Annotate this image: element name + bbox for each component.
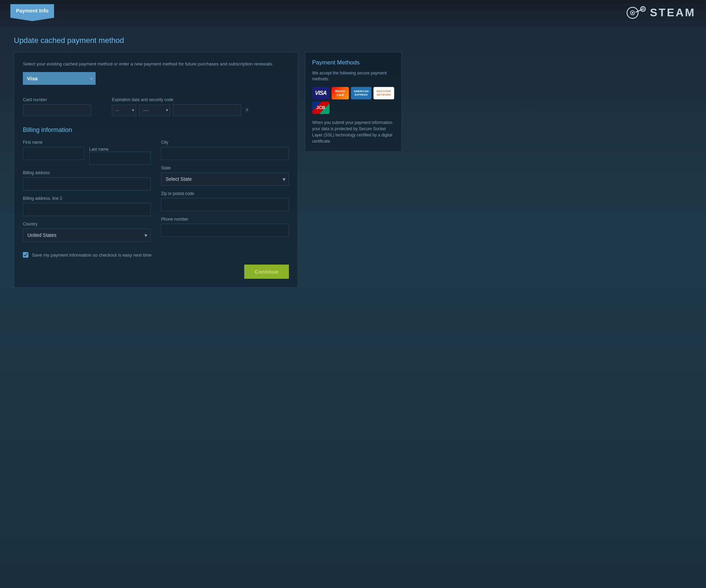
ssl-text: When you submit your payment information… (312, 119, 395, 144)
amex-logo: AMERICANEXPRESS (351, 87, 371, 99)
svg-point-4 (641, 7, 645, 11)
left-column: First name Last name Billing (23, 140, 151, 242)
steam-logo: STEAM (626, 6, 696, 20)
phone-label: Phone number (161, 217, 289, 222)
first-name-input[interactable] (23, 147, 85, 160)
first-name-field (23, 147, 85, 165)
billing-address2-input[interactable] (23, 203, 151, 216)
form-description: Select your existing cached payment meth… (23, 61, 289, 67)
state-select[interactable]: Select State AlabamaAlaskaArizona Califo… (161, 172, 289, 186)
last-name-label: Last name (89, 147, 151, 152)
cvv-help-icon[interactable]: ? (245, 107, 248, 113)
svg-point-2 (632, 12, 634, 14)
state-field: State Select State AlabamaAlaskaArizona … (161, 166, 289, 186)
jcb-logo: JCB (312, 101, 329, 114)
payment-method-select[interactable]: Visa MasterCard American Express Discove… (23, 72, 96, 85)
name-inputs-row: Last name (23, 147, 151, 165)
card-number-input[interactable] (23, 104, 91, 116)
zip-label: Zip or postal code (161, 191, 289, 196)
first-name-label: First name (23, 140, 151, 145)
expiry-selects: -- 01020304 05060708 09101112 ---- 20242… (112, 104, 248, 116)
country-label: Country (23, 222, 151, 226)
zip-field: Zip or postal code (161, 191, 289, 211)
page-title: Update cached payment method (14, 36, 402, 45)
save-payment-checkbox[interactable] (23, 252, 28, 258)
card-number-label: Card number (23, 97, 91, 102)
continue-row: Continue (23, 265, 289, 279)
sidebar-description: We accept the following secure payment m… (312, 70, 395, 82)
header: Payment Info STEAM (0, 0, 706, 26)
exp-year-select[interactable]: ---- 2024202520262027 202820292030 (139, 105, 170, 116)
city-label: City (161, 140, 289, 145)
content-layout: Select your existing cached payment meth… (14, 52, 402, 288)
save-checkbox-row: Save my payment information so checkout … (23, 252, 289, 258)
sidebar-title: Payment Methods (312, 59, 395, 66)
expiration-label: Expiration date and security code (112, 97, 248, 102)
exp-month-wrapper[interactable]: -- 01020304 05060708 09101112 (112, 105, 136, 116)
country-select[interactable]: United States Canada United Kingdom (23, 229, 151, 242)
billing-address-input[interactable] (23, 177, 151, 190)
state-select-wrapper[interactable]: Select State AlabamaAlaskaArizona Califo… (161, 172, 289, 186)
payment-method-select-wrapper[interactable]: Visa MasterCard American Express Discove… (23, 72, 96, 85)
billing-grid: First name Last name Billing (23, 140, 289, 242)
billing-address2-label: Billing address, line 2 (23, 196, 151, 201)
form-panel: Select your existing cached payment meth… (14, 52, 298, 288)
cvv-input[interactable] (173, 104, 241, 116)
billing-address-label: Billing address (23, 170, 151, 175)
phone-field: Phone number (161, 217, 289, 237)
card-logos: VISA MasterCard AMERICANEXPRESS DISCOVER… (312, 87, 395, 114)
card-fields-row: Card number Expiration date and security… (23, 92, 289, 116)
country-field: Country United States Canada United King… (23, 222, 151, 242)
payment-info-badge: Payment Info (10, 4, 54, 21)
main-content: Update cached payment method Select your… (0, 26, 416, 298)
billing-address-field: Billing address (23, 170, 151, 190)
visa-logo: VISA (312, 87, 329, 99)
country-select-wrapper[interactable]: United States Canada United Kingdom (23, 229, 151, 242)
save-payment-label: Save my payment information so checkout … (32, 252, 151, 258)
discover-logo: DISCOVERNETWORK (373, 87, 394, 99)
state-label: State (161, 166, 289, 170)
card-number-section: Card number (23, 97, 91, 116)
exp-month-select[interactable]: -- 01020304 05060708 09101112 (112, 105, 136, 116)
billing-address2-field: Billing address, line 2 (23, 196, 151, 216)
last-name-input[interactable] (89, 152, 151, 165)
billing-title: Billing information (23, 126, 289, 134)
phone-input[interactable] (161, 224, 289, 237)
expiration-section: Expiration date and security code -- 010… (112, 97, 248, 116)
exp-year-wrapper[interactable]: ---- 2024202520262027 202820292030 (139, 105, 170, 116)
mastercard-logo: MasterCard (332, 87, 349, 99)
right-column: City State Select State AlabamaAlaskaAri… (161, 140, 289, 242)
city-field: City (161, 140, 289, 160)
steam-logo-text: STEAM (650, 6, 696, 19)
name-fields: First name Last name (23, 140, 151, 165)
last-name-field: Last name (89, 147, 151, 165)
continue-button[interactable]: Continue (244, 265, 289, 279)
side-panel: Payment Methods We accept the following … (305, 52, 402, 152)
zip-input[interactable] (161, 198, 289, 211)
city-input[interactable] (161, 147, 289, 160)
steam-icon (626, 6, 646, 20)
